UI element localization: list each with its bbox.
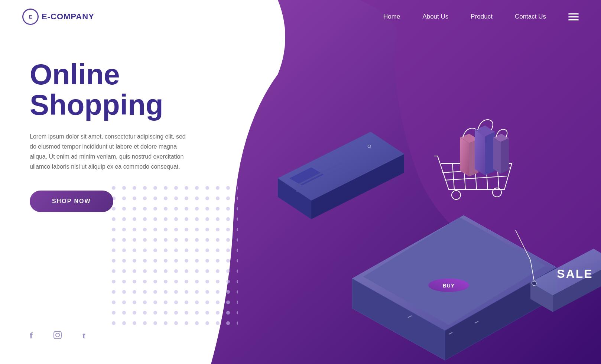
hero-title-line1: Online bbox=[30, 58, 120, 91]
hero-title-line2: Shopping bbox=[30, 88, 163, 121]
tumblr-icon[interactable]: t bbox=[82, 331, 85, 342]
logo-text: E-COMPANY bbox=[42, 12, 94, 22]
instagram-icon[interactable] bbox=[53, 331, 62, 342]
svg-point-4 bbox=[59, 333, 60, 334]
facebook-icon[interactable]: f bbox=[30, 331, 33, 342]
social-icons: f t bbox=[30, 331, 85, 342]
nav-item-about[interactable]: About Us bbox=[422, 13, 448, 20]
hamburger-menu[interactable] bbox=[568, 13, 579, 20]
logo-icon: E bbox=[22, 9, 39, 25]
hamburger-line-2 bbox=[568, 16, 579, 17]
navigation: Home About Us Product Contact Us bbox=[383, 13, 579, 20]
svg-rect-2 bbox=[54, 331, 61, 339]
hamburger-line-1 bbox=[568, 13, 579, 14]
hero-title: Online Shopping bbox=[30, 59, 186, 120]
header: E E-COMPANY Home About Us Product Contac… bbox=[0, 0, 601, 33]
hero-content: Online Shopping Lorem ipsum dolor sit am… bbox=[30, 59, 186, 212]
nav-item-contact[interactable]: Contact Us bbox=[515, 13, 546, 20]
svg-point-3 bbox=[56, 333, 59, 337]
logo[interactable]: E E-COMPANY bbox=[22, 9, 94, 25]
logo-symbol: E bbox=[29, 14, 32, 20]
hamburger-line-3 bbox=[568, 19, 579, 20]
hero-description: Lorem ipsum dolor sit amet, consectetur … bbox=[30, 131, 186, 172]
nav-item-home[interactable]: Home bbox=[383, 13, 400, 20]
nav-item-product[interactable]: Product bbox=[471, 13, 493, 20]
shop-now-button[interactable]: SHOP NOW bbox=[30, 191, 113, 212]
